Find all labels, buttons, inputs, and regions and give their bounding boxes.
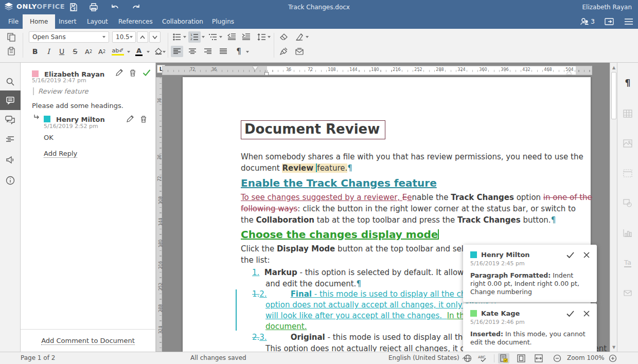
multilevel-list-button[interactable] (207, 31, 219, 43)
highlight-color-arrow[interactable] (127, 51, 130, 53)
document-heading-box[interactable]: Document Review (241, 120, 385, 139)
copy-style-button[interactable] (278, 31, 290, 43)
bullet-list-button[interactable] (171, 31, 183, 43)
delete-reply-button[interactable] (140, 115, 147, 123)
nonprinting-characters-arrow[interactable] (246, 51, 249, 53)
align-center-button[interactable] (186, 46, 199, 57)
numbered-list-button[interactable]: 12 (188, 31, 201, 43)
accept-change-button[interactable] (566, 311, 574, 317)
font-size-select[interactable]: 10.5 (112, 31, 136, 43)
tab-home[interactable]: Home (23, 14, 55, 29)
about-button[interactable] (0, 171, 21, 190)
add-comment-to-document-link[interactable]: Add Comment to Document (41, 337, 135, 345)
superscript-button[interactable]: A2 (82, 46, 95, 57)
page-indicator[interactable]: Page 1 of 2 (21, 354, 55, 361)
paste-button[interactable] (5, 46, 17, 57)
comment-date: 5/16/2019 2:47 pm (32, 77, 86, 84)
nonprinting-characters-button[interactable]: ¶ (233, 46, 245, 57)
comments-panel-button[interactable] (0, 90, 21, 110)
settings-menu-button[interactable] (624, 17, 634, 26)
search-button[interactable] (0, 72, 21, 92)
paragraph-line: document Review feature.¶ (241, 163, 352, 173)
paragraph-settings-button[interactable]: ¶ (617, 74, 638, 92)
highlight-color-button[interactable]: ab✐ (110, 46, 126, 57)
text-art-settings-button[interactable]: Ta (617, 254, 638, 271)
tab-insert[interactable]: Insert (51, 14, 83, 29)
tab-plugins[interactable]: Plugins (205, 14, 241, 29)
scroll-up-arrow[interactable]: ▲ (611, 64, 616, 71)
edit-comment-button[interactable] (115, 69, 123, 77)
online-users-button[interactable]: 3 (579, 17, 595, 26)
add-reply-link[interactable]: Add Reply (44, 150, 77, 158)
scrollbar-thumb[interactable] (611, 72, 616, 119)
fit-page-button[interactable] (516, 353, 527, 363)
reject-change-button[interactable] (583, 252, 590, 258)
reply-text: OK (44, 134, 54, 141)
tab-references[interactable]: References (111, 14, 160, 29)
language-selector[interactable]: English (United States) (388, 354, 466, 361)
feedback-button[interactable] (0, 150, 21, 170)
delete-comment-button[interactable] (129, 69, 136, 77)
vertical-scrollbar[interactable]: ▲ ▼ (610, 63, 617, 352)
shape-settings-button[interactable] (617, 194, 638, 212)
mail-merge-button[interactable] (293, 46, 306, 57)
zoom-level[interactable]: Zoom 100% (567, 354, 605, 361)
color-scheme-arrow[interactable] (306, 36, 309, 38)
text-art-icon: Ta (624, 259, 631, 267)
trash-icon (140, 115, 147, 123)
zoom-in-button[interactable] (607, 353, 618, 363)
font-color-button[interactable]: A (133, 46, 145, 57)
chart-settings-button[interactable] (617, 224, 638, 242)
review-change-card[interactable]: Kate Kage 5/16/2019 2:46 pm Inserted: In… (463, 303, 597, 352)
justify-button[interactable] (217, 46, 229, 57)
comments-panel: Elizabeth Rayan 5/16/2019 2:47 pm Review… (21, 63, 156, 329)
spellcheck-button[interactable]: ABC (477, 353, 489, 363)
table-settings-button[interactable] (617, 105, 638, 122)
avatar (470, 251, 477, 258)
decrease-indent-button[interactable] (225, 31, 238, 43)
line-spacing-button[interactable] (255, 31, 268, 43)
open-file-location-button[interactable] (604, 17, 614, 26)
align-left-button[interactable] (171, 46, 183, 57)
align-right-button[interactable] (202, 46, 214, 57)
font-color-arrow[interactable] (147, 51, 150, 53)
mail-merge-settings-button[interactable] (617, 284, 638, 301)
bold-button[interactable]: B (29, 46, 41, 57)
set-language-button[interactable] (462, 353, 473, 363)
line-spacing-arrow[interactable] (268, 36, 271, 38)
resolve-comment-button[interactable] (143, 69, 151, 77)
strikethrough-button[interactable]: S (69, 46, 81, 57)
tab-file[interactable]: File (1, 14, 26, 29)
tab-collaboration[interactable]: Collaboration (155, 14, 210, 29)
image-settings-button[interactable] (617, 135, 638, 152)
numbered-list-arrow[interactable] (202, 36, 205, 38)
font-name-select[interactable]: Open Sans (29, 31, 109, 43)
italic-button[interactable]: I (42, 46, 55, 57)
fit-width-button[interactable] (533, 353, 544, 363)
multilevel-list-arrow[interactable] (219, 36, 222, 38)
edit-reply-button[interactable] (126, 115, 134, 123)
chat-panel-button[interactable] (0, 110, 21, 130)
underline-button[interactable]: U (56, 46, 68, 57)
review-change-card[interactable]: Henry Milton 5/16/2019 2:45 pm Paragraph… (463, 245, 597, 302)
document-editing-area[interactable]: L 72 36 36 72 108 144 180 216 252 288 32… (156, 63, 610, 352)
decrease-font-size-button[interactable] (149, 31, 161, 43)
accept-change-button[interactable] (566, 252, 574, 258)
track-changes-toggle[interactable] (498, 353, 509, 363)
subscript-button[interactable]: A2 (96, 46, 108, 57)
tab-layout[interactable]: Layout (80, 14, 115, 29)
color-scheme-button[interactable] (293, 31, 306, 43)
navigation-panel-button[interactable] (0, 130, 21, 149)
list-item-markup: 1. Markup - this option is selected by d… (252, 268, 493, 277)
reject-change-button[interactable] (583, 311, 590, 317)
scroll-down-arrow[interactable]: ▼ (611, 343, 616, 351)
list-item-final: 1.2.Final - this mode is used to display… (252, 289, 496, 299)
bullet-list-arrow[interactable] (183, 36, 186, 38)
copy-button[interactable] (5, 31, 17, 43)
clear-style-button[interactable] (278, 46, 290, 57)
header-footer-settings-button[interactable] (617, 165, 638, 182)
shading-color-arrow[interactable] (163, 51, 166, 53)
increase-indent-button[interactable] (240, 31, 252, 43)
increase-font-size-button[interactable] (137, 31, 148, 43)
zoom-out-button[interactable] (552, 353, 563, 363)
